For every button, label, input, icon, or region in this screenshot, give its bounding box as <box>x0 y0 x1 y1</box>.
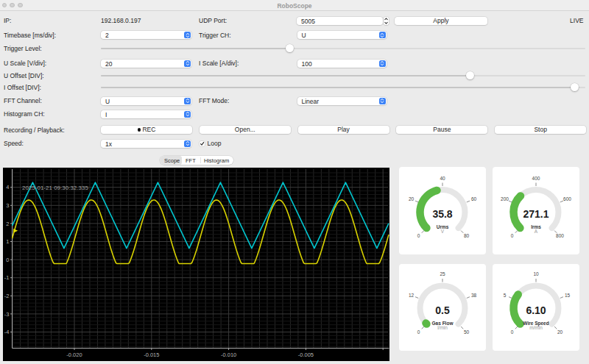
svg-text:0: 0 <box>510 233 513 238</box>
svg-text:400: 400 <box>532 176 540 181</box>
svg-text:800: 800 <box>556 233 564 238</box>
svg-text:A: A <box>534 229 537 234</box>
svg-text:0: 0 <box>417 233 420 238</box>
svg-text:10: 10 <box>533 271 539 276</box>
svg-text:3: 3 <box>6 201 9 208</box>
svg-text:-0.020: -0.020 <box>66 351 82 357</box>
svg-text:-0.005: -0.005 <box>298 351 314 357</box>
svg-text:-1: -1 <box>4 274 10 281</box>
svg-text:25: 25 <box>440 271 445 276</box>
svg-text:4: 4 <box>6 184 9 190</box>
svg-text:2025-01-21 09:30:32.335: 2025-01-21 09:30:32.335 <box>22 185 88 191</box>
svg-text:l/min: l/min <box>437 325 448 330</box>
svg-text:-2: -2 <box>4 292 10 299</box>
svg-text:-3: -3 <box>4 310 10 317</box>
svg-text:m/min: m/min <box>529 325 543 330</box>
svg-text:0: 0 <box>417 329 420 335</box>
svg-text:12: 12 <box>409 293 415 298</box>
svg-text:50: 50 <box>464 329 470 335</box>
svg-text:60: 60 <box>471 196 477 201</box>
svg-text:6.10: 6.10 <box>526 304 546 316</box>
svg-text:-0.015: -0.015 <box>144 351 159 357</box>
svg-text:271.1: 271.1 <box>523 208 549 220</box>
svg-text:0.5: 0.5 <box>435 304 450 316</box>
svg-text:38: 38 <box>471 293 477 298</box>
svg-text:0: 0 <box>510 329 513 335</box>
svg-text:V: V <box>441 229 445 234</box>
svg-text:0: 0 <box>6 256 9 263</box>
svg-text:2: 2 <box>6 220 9 226</box>
svg-text:15: 15 <box>564 293 570 298</box>
svg-text:40: 40 <box>440 176 445 181</box>
svg-text:-4: -4 <box>4 329 10 335</box>
svg-text:600: 600 <box>563 196 571 201</box>
svg-text:-0.010: -0.010 <box>221 351 236 357</box>
svg-text:5: 5 <box>503 293 506 298</box>
svg-text:200: 200 <box>501 196 509 201</box>
svg-text:35.8: 35.8 <box>432 208 452 220</box>
svg-text:20: 20 <box>409 196 415 201</box>
svg-text:20: 20 <box>557 329 562 335</box>
svg-text:1: 1 <box>6 238 9 245</box>
svg-text:80: 80 <box>464 233 470 238</box>
